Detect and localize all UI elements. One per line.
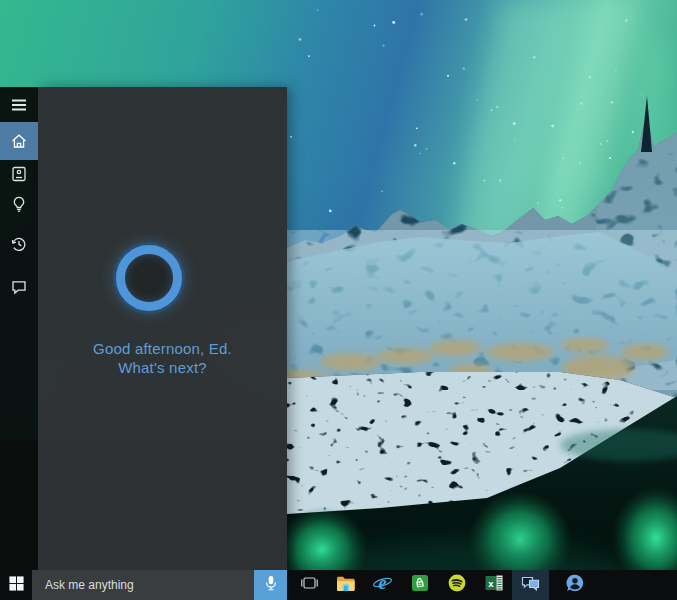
svg-text:e: e (379, 573, 387, 593)
microphone-icon (262, 573, 280, 597)
sidebar-item-feedback[interactable] (0, 272, 38, 302)
excel-icon: x (484, 573, 504, 597)
spotify-icon (447, 573, 467, 597)
home-icon (10, 132, 28, 150)
cortana-ring-logo (116, 245, 182, 311)
task-view-icon (299, 573, 319, 597)
greeting-line-1: Good afternoon, Ed. (38, 339, 287, 358)
people-icon (565, 573, 585, 597)
svg-text:x: x (488, 578, 494, 589)
start-button[interactable] (0, 570, 32, 600)
internet-explorer-button[interactable]: e (364, 570, 401, 600)
microphone-button[interactable] (254, 570, 287, 600)
sidebar-item-notebook[interactable] (0, 159, 38, 189)
task-view-button[interactable] (290, 570, 327, 600)
history-icon (10, 235, 28, 253)
notebook-icon (10, 165, 28, 183)
people-button[interactable] (556, 570, 593, 600)
store-button[interactable] (401, 570, 438, 600)
taskbar-app-icons: e (290, 570, 593, 600)
folder-icon (335, 573, 356, 597)
excel-button[interactable]: x (475, 570, 512, 600)
lightbulb-icon (10, 195, 28, 213)
store-bag-icon (410, 573, 430, 597)
cortana-sidebar (0, 87, 38, 570)
messaging-bubbles-icon (520, 573, 541, 597)
cortana-search-box[interactable] (32, 570, 254, 600)
spotify-button[interactable] (438, 570, 475, 600)
hamburger-icon (10, 96, 28, 114)
cortana-panel: Good afternoon, Ed. What's next? (38, 87, 287, 570)
file-explorer-button[interactable] (327, 570, 364, 600)
messaging-button[interactable] (512, 570, 549, 600)
windows-logo-icon (8, 575, 25, 596)
windows-desktop: Good afternoon, Ed. What's next? (0, 0, 677, 600)
ie-e-icon: e (372, 573, 393, 598)
sidebar-item-menu[interactable] (0, 90, 38, 120)
cortana-greeting: Good afternoon, Ed. What's next? (38, 339, 287, 377)
taskbar: e (0, 570, 677, 600)
search-input[interactable] (32, 570, 254, 600)
sidebar-item-home[interactable] (0, 122, 38, 160)
sidebar-item-history[interactable] (0, 229, 38, 259)
feedback-icon (10, 278, 28, 296)
greeting-line-2: What's next? (38, 358, 287, 377)
sidebar-item-reminders[interactable] (0, 189, 38, 219)
